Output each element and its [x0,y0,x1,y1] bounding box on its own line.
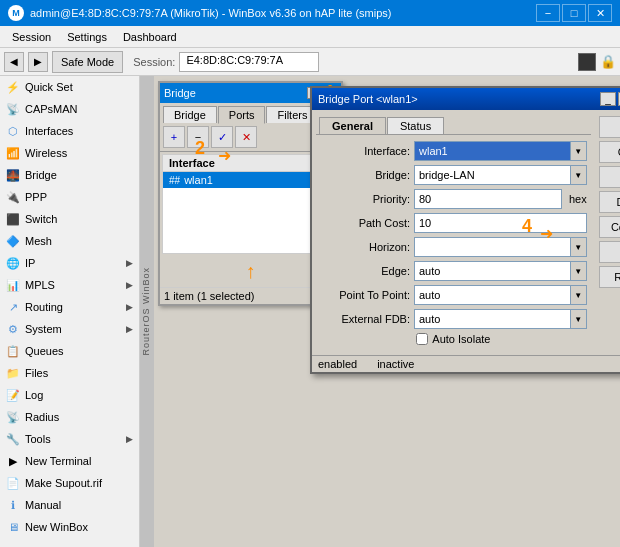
bp-tab-status[interactable]: Status [387,117,444,134]
sidebar-item-new-winbox[interactable]: 🖥 New WinBox [0,516,139,538]
mpls-icon: 📊 [6,278,20,292]
sidebar-item-radius[interactable]: 📡 Radius [0,406,139,428]
bp-edge-dropdown[interactable]: ▼ [571,261,587,281]
sidebar-item-bridge[interactable]: 🌉 Bridge [0,164,139,186]
bp-ptp-value: auto [419,289,440,301]
bridge-add-button[interactable]: + [163,126,185,148]
sidebar-item-wireless[interactable]: 📶 Wireless [0,142,139,164]
bp-auto-isolate-checkbox[interactable] [416,333,428,345]
sidebar-item-tools[interactable]: 🔧 Tools ▶ [0,428,139,450]
tools-icon: 🔧 [6,432,20,446]
bp-cancel-button[interactable]: Cancel [599,141,620,163]
bp-ptp-input[interactable]: auto [414,285,571,305]
bp-ptp-dropdown[interactable]: ▼ [571,285,587,305]
bp-tab-general[interactable]: General [319,117,386,134]
bp-ext-fdb-input[interactable]: auto [414,309,571,329]
wireless-icon: 📶 [6,146,20,160]
bp-disable-button[interactable]: Disable [599,191,620,213]
ip-icon: 🌐 [6,256,20,270]
bp-interface-dropdown[interactable]: ▼ [571,141,587,161]
menu-dashboard[interactable]: Dashboard [115,29,185,45]
sidebar-label-capsman: CAPsMAN [25,103,133,115]
minimize-button[interactable]: − [536,4,560,22]
winbox-sidebar: RouterOS WinBox [140,76,154,547]
manual-icon: ℹ [6,498,20,512]
sidebar-label-routing: Routing [25,301,121,313]
bridge-icon: 🌉 [6,168,20,182]
sidebar-item-routing[interactable]: ↗ Routing ▶ [0,296,139,318]
sidebar-item-system[interactable]: ⚙ System ▶ [0,318,139,340]
bp-remove-button[interactable]: Remove [599,266,620,288]
radius-icon: 📡 [6,410,20,424]
sidebar-label-mpls: MPLS [25,279,121,291]
bp-ext-fdb-dropdown[interactable]: ▼ [571,309,587,329]
sidebar-label-log: Log [25,389,133,401]
bridge-tab-bridge[interactable]: Bridge [163,106,217,123]
bp-comment-button[interactable]: Comment [599,216,620,238]
bp-priority-input[interactable] [414,189,562,209]
safe-mode-button[interactable]: Safe Mode [52,51,123,73]
bp-ext-fdb-label: External FDB: [320,313,410,325]
bp-ext-fdb-value: auto [419,313,440,325]
maximize-button[interactable]: □ [562,4,586,22]
bp-ok-button[interactable]: OK [599,116,620,138]
capsman-icon: 📡 [6,102,20,116]
menu-settings[interactable]: Settings [59,29,115,45]
sidebar-item-queues[interactable]: 📋 Queues [0,340,139,362]
annotation-4: 4 [522,216,532,237]
bp-right-panel: OK Cancel Apply Disable Comment Copy Rem… [595,110,620,355]
sidebar-item-quick-set[interactable]: ⚡ Quick Set [0,76,139,98]
bp-copy-button[interactable]: Copy [599,241,620,263]
sidebar-item-mesh[interactable]: 🔷 Mesh [0,230,139,252]
sidebar-label-ppp: PPP [25,191,133,203]
sidebar-item-ip[interactable]: 🌐 IP ▶ [0,252,139,274]
bp-horizon-dropdown[interactable]: ▼ [571,237,587,257]
bp-path-cost-input[interactable] [414,213,587,233]
bp-apply-button[interactable]: Apply [599,166,620,188]
sidebar-item-log[interactable]: 📝 Log [0,384,139,406]
switch-icon: ⬛ [6,212,20,226]
bridge-x-button[interactable]: ✕ [235,126,257,148]
bp-interface-input[interactable]: wlan1 [414,141,571,161]
bp-bridge-dropdown[interactable]: ▼ [571,165,587,185]
bp-titlebar: Bridge Port <wlan1> _ □ ✕ [312,88,620,110]
menu-session[interactable]: Session [4,29,59,45]
sidebar-item-new-terminal[interactable]: ▶ New Terminal [0,450,139,472]
mesh-icon: 🔷 [6,234,20,248]
sidebar-item-switch[interactable]: ⬛ Switch [0,208,139,230]
sidebar-item-capsman[interactable]: 📡 CAPsMAN [0,98,139,120]
bp-edge-input[interactable]: auto [414,261,571,281]
arrow-annotation-2: ➜ [218,146,231,165]
sidebar-item-ppp[interactable]: 🔌 PPP [0,186,139,208]
content-area: RouterOS WinBox 1 2 3 4 ➜ ➜ ➜ Bridge _ ✕… [140,76,620,547]
bp-auto-isolate-row: Auto Isolate [320,333,587,345]
bridge-check-button[interactable]: ✓ [211,126,233,148]
sidebar-item-mpls[interactable]: 📊 MPLS ▶ [0,274,139,296]
sidebar-item-manual[interactable]: ℹ Manual [0,494,139,516]
sidebar-item-files[interactable]: 📁 Files [0,362,139,384]
sidebar-label-queues: Queues [25,345,133,357]
system-icon: ⚙ [6,322,20,336]
sidebar-label-make-supout: Make Supout.rif [25,477,133,489]
quick-set-icon: ⚡ [6,80,20,94]
bp-minimize[interactable]: _ [600,92,616,106]
routing-expand-icon: ▶ [126,302,133,312]
bp-interface-row: Interface: wlan1 ▼ [320,141,587,161]
back-button[interactable]: ◀ [4,52,24,72]
sidebar-item-make-supout[interactable]: 📄 Make Supout.rif [0,472,139,494]
interfaces-icon: ⬡ [6,124,20,138]
bridge-tab-ports[interactable]: Ports [218,106,266,124]
bp-bridge-input[interactable]: bridge-LAN [414,165,571,185]
bp-form: Interface: wlan1 ▼ Bridge: [316,135,591,351]
sidebar-label-radius: Radius [25,411,133,423]
sidebar-item-interfaces[interactable]: ⬡ Interfaces [0,120,139,142]
bp-ptp-row: Point To Point: auto ▼ [320,285,587,305]
new-terminal-icon: ▶ [6,454,20,468]
queues-icon: 📋 [6,344,20,358]
toolbar-square-icon [578,53,596,71]
sidebar: ⚡ Quick Set 📡 CAPsMAN ⬡ Interfaces 📶 Wir… [0,76,140,547]
close-button[interactable]: ✕ [588,4,612,22]
sidebar-label-new-terminal: New Terminal [25,455,133,467]
bp-statusbar: enabled inactive [312,355,620,372]
forward-button[interactable]: ▶ [28,52,48,72]
